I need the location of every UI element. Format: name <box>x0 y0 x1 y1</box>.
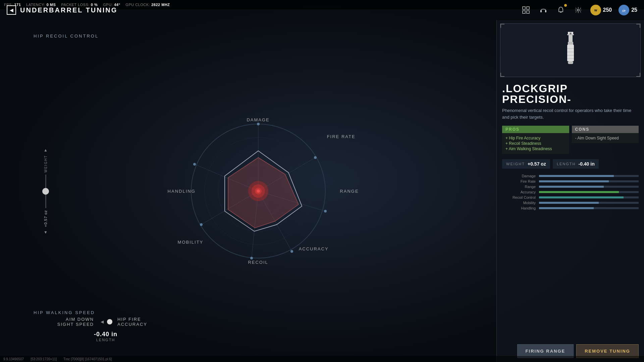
fire-rate-bar-track <box>539 180 639 182</box>
currency-icon: W <box>590 5 601 15</box>
mobility-label: MOBILITY <box>178 240 204 245</box>
pros-cons: PROS + Hip Fire Accuracy + Recoil Steadi… <box>497 123 644 157</box>
tuning-thumb[interactable] <box>106 318 114 326</box>
pros-header: PROS <box>502 126 569 133</box>
attachment-name: .LOCKGRIP PRECISION- <box>497 80 644 105</box>
svg-rect-40 <box>568 42 573 45</box>
svg-point-36 <box>193 163 196 166</box>
tuning-left-arrow[interactable]: ◀ <box>101 319 104 324</box>
accuracy-bar-row: Accuracy <box>502 190 639 194</box>
weight-label: WEIGHT <box>44 155 48 173</box>
damage-bar-fill <box>539 175 614 177</box>
pros-box: PROS + Hip Fire Accuracy + Recoil Steadi… <box>502 126 569 154</box>
cp-icon: CP <box>619 5 629 15</box>
left-panel: HIP RECOIL CONTROL HIP WALKING SPEED ▲ W… <box>0 20 496 362</box>
stat-bars: Damage Fire Rate Range Accuracy <box>497 171 644 340</box>
svg-point-34 <box>250 257 253 259</box>
svg-point-32 <box>324 210 327 213</box>
tuning-value-label: LENGTH <box>94 338 117 342</box>
svg-rect-2 <box>523 11 525 13</box>
svg-point-31 <box>314 156 317 159</box>
back-button[interactable]: ◀ UNDERBARREL TUNING <box>7 5 117 15</box>
weight-up-arrow[interactable]: ▲ <box>44 148 48 153</box>
mobility-bar-track <box>539 202 639 204</box>
main-content: HIP RECOIL CONTROL HIP WALKING SPEED ▲ W… <box>0 20 644 362</box>
top-right-icons: W 250 CP 25 <box>521 5 638 15</box>
accuracy-bar-label: Accuracy <box>502 190 536 194</box>
svg-text:W: W <box>594 9 597 12</box>
damage-bar-row: Damage <box>502 174 639 178</box>
cons-box: CONS - Aim Down Sight Speed <box>572 126 639 154</box>
hip-recoil-label: HIP RECOIL CONTROL <box>34 34 99 39</box>
handling-bar-label: Handling <box>502 206 536 210</box>
weight-stat-box: WEIGHT +0.57 oz <box>502 159 550 169</box>
weight-slider-area: ▲ WEIGHT +0.57 oz ▼ <box>44 148 48 235</box>
mobility-bar-fill <box>539 202 599 204</box>
recoil-label: RECOIL <box>248 260 268 265</box>
cons-list: - Aim Down Sight Speed <box>572 133 639 143</box>
slider-track <box>45 175 46 208</box>
weight-down-arrow[interactable]: ▼ <box>44 230 48 234</box>
svg-point-33 <box>290 250 293 253</box>
currency-display: W 250 <box>590 5 612 15</box>
attachment-desc: Phenomenal vertical recoil control for o… <box>497 105 644 123</box>
sys-time: Tmc [7000][8] [1674071501.pl.6] <box>63 357 112 361</box>
slider-thumb[interactable] <box>42 188 49 195</box>
fire-rate-label: FIRE RATE <box>327 134 356 139</box>
hip-walking-label: HIP WALKING SPEED <box>34 310 95 315</box>
sys-detail: [53:203:1720+11] <box>31 357 57 361</box>
pros-list: + Hip Fire Accuracy + Recoil Steadiness … <box>502 133 569 154</box>
tuning-left-label: AIM DOWN SIGHT SPEED <box>50 317 101 327</box>
bottom-tuning: AIM DOWN SIGHT SPEED ◀ ▶ HIP FIRE ACCURA… <box>50 317 161 342</box>
pros-item-2: + Recoil Steadiness <box>505 141 566 146</box>
svg-rect-4 <box>540 10 542 12</box>
range-bar-row: Range <box>502 185 639 189</box>
pros-item-3: + Aim Walking Steadiness <box>505 146 566 151</box>
svg-rect-3 <box>527 11 529 13</box>
cons-header: CONS <box>572 126 639 133</box>
weight-value: +0.57 oz <box>44 210 48 227</box>
radar-chart: DAMAGE FIRE RATE RANGE ACCURACY RECOIL M… <box>188 121 329 261</box>
accuracy-bar-fill <box>539 191 619 193</box>
svg-rect-0 <box>523 7 525 9</box>
cons-item-1: - Aim Down Sight Speed <box>575 136 636 140</box>
range-label: RANGE <box>340 189 359 194</box>
svg-point-30 <box>257 123 260 125</box>
headset-icon[interactable] <box>538 5 549 15</box>
recoil-bar-track <box>539 196 639 198</box>
range-bar-label: Range <box>502 185 536 189</box>
stats-row: WEIGHT +0.57 oz LENGTH -0.40 in <box>497 157 644 171</box>
range-bar-track <box>539 186 639 188</box>
fire-rate-bar-fill <box>539 180 609 182</box>
cp-display: CP 25 <box>619 5 637 15</box>
pros-item-1: + Hip Fire Accuracy <box>505 136 566 140</box>
svg-rect-1 <box>527 7 529 9</box>
tuning-right-label: HIP FIRE ACCURACY <box>111 317 161 327</box>
weight-stat-value: +0.57 oz <box>528 161 546 167</box>
svg-point-35 <box>200 223 203 226</box>
length-stat-label: LENGTH <box>557 162 576 166</box>
handling-bar-row: Handling <box>502 206 639 210</box>
svg-rect-5 <box>545 10 546 12</box>
svg-rect-46 <box>568 61 573 64</box>
damage-bar-track <box>539 175 639 177</box>
accuracy-bar-track <box>539 191 639 193</box>
mobility-bar-label: Mobility <box>502 201 536 205</box>
svg-rect-39 <box>569 35 573 42</box>
fire-rate-bar-row: Fire Rate <box>502 179 639 183</box>
sys-info: 9.9.13496507 [53:203:1720+11] Tmc [7000]… <box>0 356 644 362</box>
svg-point-6 <box>577 9 579 11</box>
handling-label: HANDLING <box>168 189 196 194</box>
tuning-value-row: -0.40 in LENGTH <box>50 331 161 342</box>
bell-icon[interactable] <box>555 5 566 15</box>
sys-coords: 9.9.13496507 <box>3 357 24 361</box>
grid-icon[interactable] <box>521 5 531 15</box>
right-panel: .LOCKGRIP PRECISION- Phenomenal vertical… <box>496 20 644 362</box>
settings-icon[interactable] <box>573 5 584 15</box>
handling-bar-fill <box>539 207 594 209</box>
svg-text:CP: CP <box>622 10 626 12</box>
accuracy-label: ACCURACY <box>299 246 329 251</box>
weapon-preview <box>500 23 641 77</box>
handling-bar-track <box>539 207 639 209</box>
svg-point-29 <box>257 189 260 193</box>
